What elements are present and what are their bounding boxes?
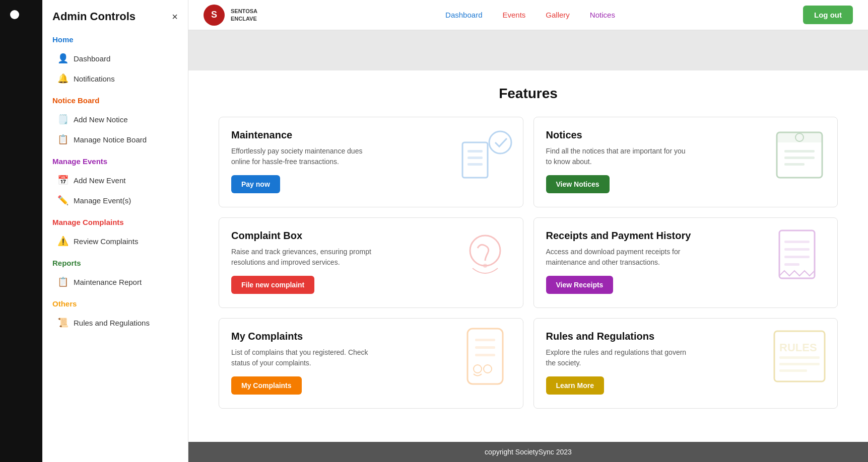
add-notice-icon: 🗒️ — [57, 114, 69, 125]
svg-rect-26 — [779, 363, 820, 365]
sidebar-label-review-complaints: Review Complaints — [74, 237, 138, 246]
navbar-brand: S SENTOSA ENCLAVE — [204, 5, 257, 26]
sidebar-label-manage-notice: Manage Notice Board — [74, 135, 147, 144]
complaint-illustration — [452, 223, 518, 288]
svg-point-22 — [484, 365, 492, 373]
feature-card-notices: Notices Find all the notices that are im… — [533, 117, 838, 207]
add-event-icon: 📅 — [57, 175, 69, 186]
feature-card-my-complaints: My Complaints List of complains that you… — [219, 318, 523, 409]
logo-text: SENTOSA ENCLAVE — [231, 8, 257, 22]
svg-point-21 — [474, 365, 482, 373]
svg-rect-25 — [779, 356, 820, 359]
manage-events-icon: ✏️ — [57, 195, 69, 206]
sidebar-label-manage-events: Manage Event(s) — [74, 196, 131, 205]
sidebar-item-rules[interactable]: 📜 Rules and Regulations — [52, 313, 178, 332]
nav-events[interactable]: Events — [502, 11, 525, 19]
svg-rect-13 — [784, 241, 810, 243]
sidebar-label-add-notice: Add New Notice — [74, 115, 128, 124]
main-area: S SENTOSA ENCLAVE Dashboard Events Galle… — [188, 0, 868, 462]
rules-icon: 📜 — [57, 317, 69, 328]
sidebar-section-home: Home — [52, 35, 178, 44]
svg-rect-0 — [462, 142, 488, 178]
receipts-desc: Access and download payment receipts for… — [546, 247, 687, 268]
sidebar-item-add-event[interactable]: 📅 Add New Event — [52, 171, 178, 190]
learn-more-button[interactable]: Learn More — [546, 376, 604, 395]
sidebar-label-rules: Rules and Regulations — [74, 319, 150, 327]
complaint-desc: Raise and track grievances, ensuring pro… — [231, 247, 372, 268]
logout-button[interactable]: Log out — [803, 6, 853, 24]
svg-rect-15 — [784, 256, 810, 258]
svg-rect-19 — [475, 346, 495, 349]
sidebar-item-review-complaints[interactable]: ⚠️ Review Complaints — [52, 232, 178, 251]
sidebar-title: Admin Controls — [52, 10, 136, 23]
logo-line1: SENTOSA — [231, 8, 257, 15]
navbar: S SENTOSA ENCLAVE Dashboard Events Galle… — [188, 0, 868, 30]
notices-illustration — [767, 122, 832, 188]
sidebar-item-notifications[interactable]: 🔔 Notifications — [52, 69, 178, 88]
maintenance-illustration — [452, 122, 518, 188]
view-receipts-button[interactable]: View Receipts — [546, 276, 614, 294]
notices-desc: Find all the notices that are important … — [546, 146, 687, 167]
svg-rect-7 — [784, 150, 815, 152]
svg-rect-16 — [784, 263, 799, 266]
rules-illustration: RULES — [767, 324, 832, 389]
svg-point-10 — [470, 236, 500, 266]
sidebar-item-maintenance-report[interactable]: 📋 Maintenance Report — [52, 272, 178, 291]
bell-icon: 🔔 — [57, 73, 69, 84]
nav-notices[interactable]: Notices — [590, 11, 615, 19]
sidebar-label-notifications: Notifications — [74, 74, 115, 83]
manage-notice-icon: 📋 — [57, 134, 69, 145]
report-icon: 📋 — [57, 276, 69, 287]
footer-text: copyright SocietySync 2023 — [485, 448, 572, 456]
white-circle-icon — [10, 10, 19, 19]
feature-card-maintenance: Maintenance Effortlessly pay society mai… — [219, 117, 523, 207]
rules-desc: Explore the rules and regulations that g… — [546, 347, 687, 368]
feature-card-receipts: Receipts and Payment History Access and … — [533, 217, 838, 308]
svg-rect-18 — [475, 339, 495, 341]
sidebar-section-events: Manage Events — [52, 157, 178, 166]
svg-rect-3 — [468, 163, 483, 166]
svg-point-4 — [489, 131, 511, 153]
hero-banner — [188, 30, 868, 70]
sidebar-label-maintenance-report: Maintenance Report — [74, 278, 142, 286]
features-area: Features Maintenance Effortlessly pay so… — [188, 70, 868, 442]
receipts-illustration — [767, 223, 832, 288]
svg-rect-20 — [475, 354, 495, 356]
features-grid: Maintenance Effortlessly pay society mai… — [219, 117, 838, 409]
nav-dashboard[interactable]: Dashboard — [445, 11, 482, 19]
maintenance-desc: Effortlessly pay society maintenance due… — [231, 146, 372, 167]
svg-rect-9 — [784, 163, 805, 166]
warning-icon: ⚠️ — [57, 236, 69, 247]
sidebar-item-manage-events[interactable]: ✏️ Manage Event(s) — [52, 191, 178, 210]
sidebar-close-button[interactable]: × — [172, 12, 178, 22]
sidebar-section-complaints: Manage Complaints — [52, 218, 178, 226]
sidebar-item-dashboard[interactable]: 👤 Dashboard — [52, 49, 178, 68]
sidebar-item-manage-notice[interactable]: 📋 Manage Notice Board — [52, 130, 178, 149]
nav-gallery[interactable]: Gallery — [546, 11, 570, 19]
svg-rect-27 — [779, 369, 807, 372]
pay-now-button[interactable]: Pay now — [231, 175, 280, 193]
navbar-nav: Dashboard Events Gallery Notices — [445, 11, 615, 19]
my-complaints-button[interactable]: My Complaints — [231, 376, 302, 395]
sidebar-label-add-event: Add New Event — [74, 176, 125, 185]
my-complaints-desc: List of complains that you registered. C… — [231, 347, 372, 368]
logo-circle: S — [204, 5, 225, 26]
sidebar-section-notice-board: Notice Board — [52, 96, 178, 105]
sidebar-label-dashboard: Dashboard — [74, 54, 110, 63]
logo-letter: S — [211, 10, 217, 20]
svg-text:RULES: RULES — [779, 341, 817, 354]
features-title: Features — [219, 86, 838, 102]
sidebar-item-add-notice[interactable]: 🗒️ Add New Notice — [52, 110, 178, 129]
svg-rect-2 — [468, 157, 483, 159]
svg-rect-1 — [468, 150, 483, 152]
black-strip — [0, 0, 42, 462]
sidebar-header: Admin Controls × — [52, 10, 178, 23]
feature-card-rules: Rules and Regulations Explore the rules … — [533, 318, 838, 409]
feature-card-complaint: Complaint Box Raise and track grievances… — [219, 217, 523, 308]
file-complaint-button[interactable]: File new complaint — [231, 276, 314, 294]
svg-rect-8 — [784, 157, 815, 159]
sidebar-section-others: Others — [52, 299, 178, 308]
logo-line2: ENCLAVE — [231, 15, 257, 22]
svg-rect-14 — [784, 248, 810, 251]
view-notices-button[interactable]: View Notices — [546, 175, 610, 193]
